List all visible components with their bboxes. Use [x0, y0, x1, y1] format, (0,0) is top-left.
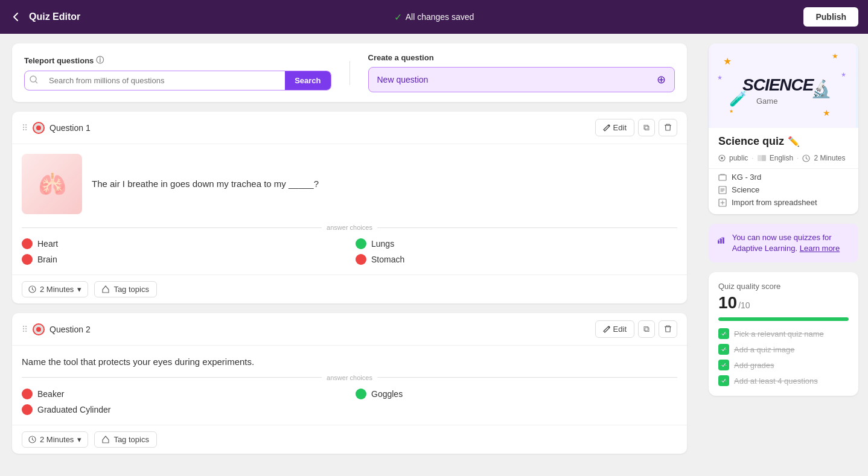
import-info[interactable]: Import from spreadsheet — [718, 198, 849, 207]
drag-handle[interactable]: ⠿ — [22, 325, 28, 334]
teleport-section: Teleport questions ⓘ Search — [24, 55, 331, 90]
svg-text:★: ★ — [832, 52, 838, 60]
search-wrapper: Search — [24, 71, 331, 90]
save-status: ✓ All changes saved — [394, 11, 474, 23]
main-content: Teleport questions ⓘ Search Create — [0, 34, 868, 476]
answer-item: Stomach — [356, 254, 677, 265]
quiz-card: ★ ★ ★ ★ ★ ★ 🔬 🧪 SCIENCE Game Science qui… — [709, 43, 858, 214]
svg-rect-21 — [719, 175, 726, 180]
question-label-1: Question 1 — [49, 123, 595, 133]
new-question-button[interactable]: New question ⊕ — [368, 67, 675, 92]
answer-item: Brain — [22, 254, 343, 265]
answer-item: Heart — [22, 238, 343, 249]
check-box: ✓ — [718, 375, 729, 386]
info-icon[interactable]: ⓘ — [96, 55, 104, 66]
subject-info: Science — [718, 185, 849, 194]
grade-info: KG - 3rd — [718, 173, 849, 182]
app-header: Quiz Editor ✓ All changes saved Publish — [0, 0, 868, 34]
question-card-1: ⠿ Question 1 Edit ⧉ 🫁 — [12, 112, 687, 303]
svg-text:SCIENCE: SCIENCE — [742, 75, 815, 94]
search-input[interactable] — [43, 71, 285, 90]
check-box: ✓ — [718, 328, 729, 339]
question-card-2: ⠿ Question 2 Edit ⧉ Name the tool that p — [12, 313, 687, 454]
edit-pencil-icon[interactable]: ✏️ — [788, 136, 800, 147]
answer-item: Beaker — [22, 389, 343, 399]
question-footer-2: 2 Minutes ▾ Tag topics — [12, 425, 687, 454]
svg-rect-19 — [762, 155, 766, 161]
copy-button-1[interactable]: ⧉ — [638, 119, 655, 136]
edit-button-2[interactable]: Edit — [595, 320, 634, 338]
page-title: Quiz Editor — [29, 11, 80, 22]
tag-topics-button-2[interactable]: Tag topics — [94, 431, 157, 448]
divider — [349, 61, 350, 85]
create-label: Create a question — [368, 53, 675, 62]
check-item: ✓ Add at least 4 questions — [718, 375, 849, 386]
time-select-1[interactable]: 2 Minutes ▾ — [22, 281, 88, 297]
learn-more-link[interactable]: Learn more — [800, 244, 840, 253]
check-box: ✓ — [718, 360, 729, 370]
check-item: ✓ Add grades — [718, 360, 849, 370]
delete-button-1[interactable] — [659, 119, 677, 136]
quality-bar — [718, 317, 849, 321]
create-section: Create a question New question ⊕ — [368, 53, 675, 92]
check-box: ✓ — [718, 344, 729, 355]
tag-topics-button-1[interactable]: Tag topics — [94, 281, 157, 297]
quiz-info-row: KG - 3rd Science Import from spreadsheet — [709, 168, 858, 214]
svg-text:★: ★ — [729, 109, 733, 114]
question-header-1: ⠿ Question 1 Edit ⧉ — [12, 112, 687, 144]
check-item: ✓ Add a quiz image — [718, 344, 849, 355]
chevron-down-icon: ▾ — [77, 435, 81, 444]
drag-handle[interactable]: ⠿ — [22, 123, 28, 133]
svg-rect-26 — [723, 237, 724, 243]
question-actions-2: Edit ⧉ — [595, 320, 677, 338]
edit-button-1[interactable]: Edit — [595, 119, 634, 136]
svg-text:★: ★ — [717, 74, 723, 81]
question-type-icon — [33, 323, 45, 335]
right-sidebar: ★ ★ ★ ★ ★ ★ 🔬 🧪 SCIENCE Game Science qui… — [699, 34, 868, 476]
quality-score-row: 10 /10 — [718, 293, 849, 313]
back-button[interactable] — [10, 11, 22, 23]
wrong-dot — [22, 404, 33, 415]
quiz-title-row: Science quiz ✏️ — [709, 128, 858, 151]
search-button[interactable]: Search — [285, 71, 330, 90]
top-bar: Teleport questions ⓘ Search Create — [12, 43, 687, 102]
answer-choices-label-2: answer choices — [12, 374, 687, 389]
teleport-label: Teleport questions ⓘ — [24, 55, 331, 66]
delete-button-2[interactable] — [659, 320, 677, 338]
svg-text:★: ★ — [841, 71, 846, 78]
quality-max: /10 — [738, 300, 750, 310]
question-text-2: Name the tool that protects your eyes du… — [12, 346, 687, 374]
quality-bar-fill — [718, 317, 849, 321]
question-header-2: ⠿ Question 2 Edit ⧉ — [12, 313, 687, 346]
adaptive-banner: You can now use quizzes for Adaptive Lea… — [709, 224, 858, 262]
question-footer-1: 2 Minutes ▾ Tag topics — [12, 274, 687, 303]
question-actions-1: Edit ⧉ — [595, 119, 677, 136]
svg-rect-25 — [720, 239, 722, 244]
copy-button-2[interactable]: ⧉ — [638, 320, 655, 338]
time-select-2[interactable]: 2 Minutes ▾ — [22, 431, 88, 448]
answer-grid-1: Heart Lungs Brain Stomach — [12, 238, 687, 274]
answer-item: Goggles — [356, 389, 677, 399]
wrong-dot — [22, 238, 33, 249]
question-type-icon — [33, 122, 45, 134]
wrong-dot — [22, 254, 33, 265]
svg-rect-24 — [718, 241, 720, 244]
chevron-down-icon: ▾ — [77, 285, 81, 294]
answer-item: Lungs — [356, 238, 677, 249]
svg-text:★: ★ — [723, 56, 732, 66]
svg-text:🔬: 🔬 — [811, 79, 832, 99]
svg-text:★: ★ — [823, 108, 831, 118]
left-panel: Teleport questions ⓘ Search Create — [0, 34, 699, 476]
quiz-title: Science quiz — [718, 135, 784, 148]
wrong-dot — [22, 389, 33, 399]
quiz-cover: ★ ★ ★ ★ ★ ★ 🔬 🧪 SCIENCE Game — [709, 43, 858, 128]
question-text-1: The air I breathe in goes down my trache… — [92, 177, 319, 191]
svg-rect-18 — [758, 155, 762, 161]
quality-label: Quiz quality score — [718, 282, 849, 291]
banner-text: You can now use quizzes for Adaptive Lea… — [732, 232, 850, 254]
chart-icon — [717, 232, 726, 248]
quiz-meta: public · English · 2 Minutes — [709, 151, 858, 168]
checklist: ✓ Pick a relevant quiz name ✓ Add a quiz… — [718, 328, 849, 386]
question-body-1: 🫁 The air I breathe in goes down my trac… — [12, 144, 687, 224]
publish-button[interactable]: Publish — [803, 7, 858, 27]
